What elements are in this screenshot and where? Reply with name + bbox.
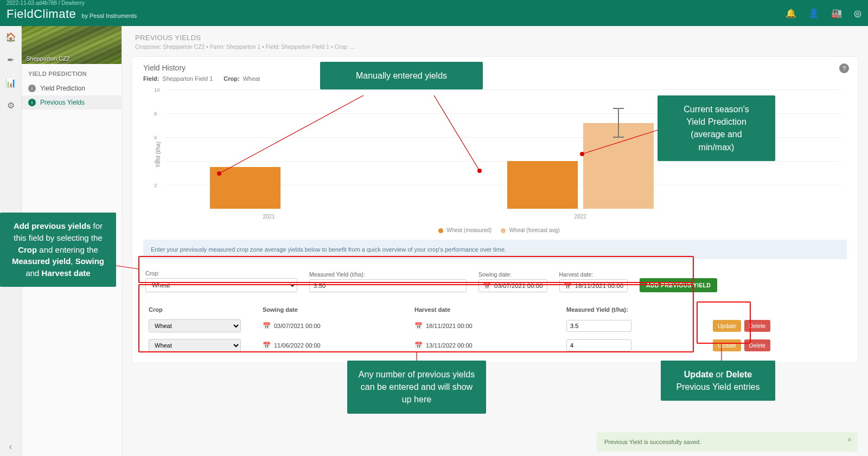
update-button[interactable]: Update (713, 320, 741, 332)
col-crop: Crop (149, 306, 257, 313)
broadcast-icon[interactable]: ◎ (854, 8, 861, 18)
callout-forecast: Current season's Yield Prediction (avera… (658, 95, 775, 161)
legend-swatch-measured (438, 228, 443, 233)
form-harv-input[interactable]: 📅18/11/2021 00:00 (559, 279, 628, 292)
sidebar-item-label: Yield Prediction (40, 85, 85, 92)
table-header: Crop Sowing date Harvest date Measured Y… (143, 303, 847, 316)
add-previous-yield-button[interactable]: ADD PREVIOUS YIELD (640, 278, 717, 292)
card-meta: Field:Shepparton Field 1 Crop:Wheat (143, 75, 847, 82)
calendar-icon: 📅 (263, 322, 271, 330)
factory-icon[interactable]: 🏭 (831, 8, 842, 18)
calendar-icon: 📅 (263, 342, 271, 349)
crop-value: Wheat (243, 75, 260, 82)
breadcrumb-area: PREVIOUS YIELDS Cropzone: Shepparton CZ2… (122, 26, 868, 53)
tool-icon[interactable]: ✒ (4, 53, 17, 66)
row-harv-date[interactable]: 📅13/11/2022 00:00 (414, 342, 561, 349)
delete-button[interactable]: Delete (744, 339, 770, 351)
update-button[interactable]: Update (713, 339, 741, 351)
callout-update-delete: Update or Delete Previous Yield entries (661, 361, 775, 401)
page-title: PREVIOUS YIELDS (135, 34, 858, 42)
sidebar-item-yield-prediction[interactable]: i Yield Prediction (22, 81, 122, 95)
sidebar-item-label: Previous Yields (40, 99, 85, 106)
info-strip: Enter your previously measured crop zone… (143, 240, 847, 259)
calendar-icon: 📅 (414, 342, 423, 349)
form-crop-select[interactable]: Wheat (145, 278, 297, 292)
bell-icon[interactable]: 🔔 (786, 8, 796, 18)
gear-icon[interactable]: ⚙ (4, 99, 17, 112)
delete-button[interactable]: Delete (744, 320, 770, 332)
form-yield-label: Measured Yield (t/ha): (309, 271, 467, 278)
topbar-actions: 🔔 👤 🏭 ◎ (786, 8, 861, 18)
field-thumbnail[interactable]: Shepparton CZ2 (22, 26, 122, 64)
table-row: Wheat📅11/06/2022 00:00📅13/11/2022 00:00U… (143, 336, 847, 355)
info-icon: i (28, 85, 36, 92)
callout-manual-yields: Manually entered yields (320, 62, 483, 89)
brand-logo[interactable]: FieldClimate by Pessl Instruments (7, 7, 137, 21)
sidebar-item-previous-yields[interactable]: i Previous Yields (22, 95, 122, 110)
user-icon[interactable]: 👤 (808, 8, 819, 18)
row-yield-input[interactable] (566, 339, 631, 351)
row-sow-date[interactable]: 📅03/07/2021 00:00 (263, 322, 409, 330)
calendar-icon: 📅 (564, 282, 572, 290)
sidebar-section-title: YIELD PREDICTION (22, 64, 122, 81)
callout-any-number: Any number of previous yields can be ent… (347, 361, 486, 414)
callout-add-previous: Add previous yields for this field by se… (0, 213, 116, 287)
legend-label-measured: Wheat (measured) (446, 227, 492, 233)
form-yield-input[interactable] (309, 279, 467, 292)
help-icon[interactable]: ? (839, 63, 849, 73)
collapse-rail-icon[interactable]: ‹ (9, 442, 12, 452)
top-bar: 2022-11-03.ad4b788 / Dewberry FieldClima… (0, 0, 868, 26)
calendar-icon: 📅 (414, 322, 423, 330)
form-sow-label: Sowing date: (478, 271, 547, 278)
row-crop-select[interactable]: Wheat (149, 319, 241, 332)
add-yield-form: Crop: Wheat Measured Yield (t/ha): Sowin… (143, 267, 847, 298)
toast-text: Previous Yield is successfully saved. (604, 439, 701, 445)
chart-icon[interactable]: 📊 (4, 76, 17, 89)
yields-table: Crop Sowing date Harvest date Measured Y… (143, 303, 847, 355)
legend-swatch-forecast (501, 228, 506, 233)
save-toast: Previous Yield is successfully saved. × (597, 432, 857, 452)
legend-label-forecast: Wheat (forecast avg) (509, 227, 560, 233)
form-sow-input[interactable]: 📅03/07/2021 00:00 (478, 279, 547, 292)
info-icon: i (28, 99, 36, 106)
table-row: Wheat📅03/07/2021 00:00📅18/11/2021 00:00U… (143, 316, 847, 336)
col-harv: Harvest date (414, 306, 561, 313)
brand-main: FieldClimate (7, 7, 76, 21)
row-crop-select[interactable]: Wheat (149, 339, 241, 352)
row-yield-input[interactable] (566, 320, 631, 332)
brand-subtitle: by Pessl Instruments (81, 12, 137, 19)
calendar-icon: 📅 (483, 282, 491, 290)
col-sow: Sowing date (263, 306, 409, 313)
crop-label: Crop: (224, 75, 239, 82)
card-title: Yield History (143, 63, 847, 72)
row-sow-date[interactable]: 📅11/06/2022 00:00 (263, 342, 409, 349)
field-thumb-label: Shepparton CZ2 (26, 55, 70, 62)
chart-legend: Wheat (measured) Wheat (forecast avg) (143, 227, 847, 233)
field-value: Shepparton Field 1 (162, 75, 213, 82)
form-crop-label: Crop: (145, 270, 297, 277)
build-tag: 2022-11-03.ad4b788 / Dewberry (7, 0, 85, 6)
row-harv-date[interactable]: 📅18/11/2021 00:00 (414, 322, 561, 330)
breadcrumb-path: Cropzone: Shepparton CZ2 • Farm: Sheppar… (135, 43, 858, 50)
col-yield: Measured Yield (t/ha): (566, 306, 707, 313)
form-harv-label: Harvest date: (559, 271, 628, 278)
field-label: Field: (143, 75, 159, 82)
home-icon[interactable]: 🏠 (4, 30, 17, 43)
close-icon[interactable]: × (847, 435, 852, 444)
